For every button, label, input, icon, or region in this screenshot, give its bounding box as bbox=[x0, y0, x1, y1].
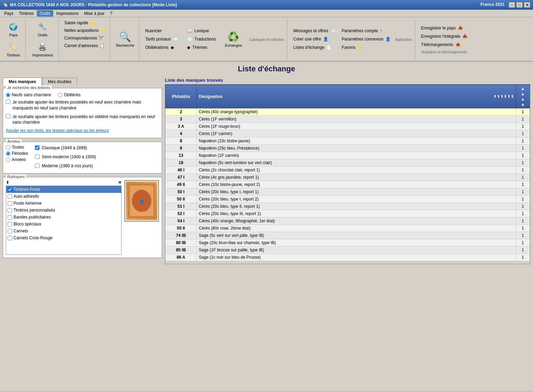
parametres-connexion-button[interactable]: Paramètres connexion 👤 bbox=[340, 36, 392, 43]
tarifs-postaux-button[interactable]: Tarifs postaux ✉️ bbox=[143, 36, 180, 43]
rubrique-checkbox-7[interactable] bbox=[8, 236, 12, 240]
rubrique-timbres-poste[interactable]: Timbres-Poste bbox=[6, 186, 121, 193]
sort-icon-4[interactable]: ⬆ bbox=[504, 95, 507, 98]
toolbar-outils-button[interactable]: 🔧 Outils bbox=[34, 19, 51, 39]
tab-mes-doubles[interactable]: Mes doubles bbox=[42, 78, 77, 86]
table-row[interactable]: 52 I Cérès (20c bleu, type III, report 1… bbox=[166, 210, 530, 217]
nelles-acquisitions-button[interactable]: Nelles acquisitions ⭐ bbox=[62, 27, 108, 34]
rubrique-bandes-publicitaires[interactable]: Bandes publicitaires bbox=[6, 214, 121, 221]
menu-impressions[interactable]: Impressions bbox=[53, 10, 81, 17]
link-non-emis[interactable]: Ajouter les non émis, les tirages spécia… bbox=[6, 128, 109, 133]
tab-mes-manques[interactable]: Mes manques bbox=[3, 78, 42, 86]
sort-icon-5[interactable]: ⬆ bbox=[507, 95, 510, 98]
nuancier-button[interactable]: Nuancier bbox=[143, 27, 180, 34]
rubrique-checkbox-4[interactable] bbox=[8, 215, 12, 220]
recherche-button[interactable]: 🔍 Recherche bbox=[114, 29, 136, 49]
messages-offres-button[interactable]: Messages et offres 📨 bbox=[292, 27, 337, 34]
menu-help[interactable]: ? bbox=[107, 10, 115, 17]
sort-icon-3[interactable]: ⬆ bbox=[500, 95, 503, 98]
table-row[interactable]: 9 Napoléon (25c bleu, Présidence) 1 bbox=[166, 145, 530, 152]
parametres-compte-button[interactable]: Paramètres compte ↑ bbox=[340, 27, 392, 34]
rubrique-timbres-personnalises[interactable]: Timbres personnalisés bbox=[6, 207, 121, 214]
favoris-button[interactable]: Favoris ⭐ bbox=[340, 44, 392, 51]
sort-icon-6[interactable]: ⬆ bbox=[511, 95, 514, 98]
lexique-button[interactable]: 📖 Lexique bbox=[185, 27, 217, 34]
table-row[interactable]: 4 Cérès (1F carmin) 1 bbox=[166, 130, 530, 137]
enregistrer-pays-button[interactable]: Enregistrer le pays 📥 bbox=[419, 25, 469, 32]
correspondances-button[interactable]: Correspondances ✂️ bbox=[62, 35, 106, 42]
traductions-button[interactable]: ✉️ Traductions bbox=[185, 36, 217, 43]
table-row[interactable]: 47 I Cérès (4c gris jaunâtre, report 1) … bbox=[166, 174, 530, 181]
maximize-button[interactable]: □ bbox=[516, 2, 523, 8]
carnet-adresses-button[interactable]: Carnet d'adresses 📋 bbox=[62, 42, 107, 49]
semi-moderne-checkbox[interactable] bbox=[35, 154, 39, 159]
moderne-checkbox[interactable] bbox=[35, 163, 39, 168]
rubriques-scroll[interactable]: Timbres-Poste Auto-adhésifs Poste Aérien… bbox=[6, 186, 122, 255]
toutes-radio-label[interactable]: Toutes bbox=[6, 145, 28, 150]
table-row[interactable]: 46 I Cérès (2c chocolat clair, report 1)… bbox=[166, 167, 530, 174]
table-row[interactable]: 51 I Cérès (20c bleu, type II, report 1)… bbox=[166, 203, 530, 210]
table-row[interactable]: 50 II Cérès (20c bleu, type I, report 2)… bbox=[166, 196, 530, 203]
rubrique-checkbox-1[interactable] bbox=[8, 194, 12, 199]
periodes-radio[interactable] bbox=[6, 151, 10, 156]
annees-radio[interactable] bbox=[6, 158, 10, 162]
listes-echange-button[interactable]: Listes d'échange 📄 bbox=[292, 44, 337, 51]
table-row[interactable]: 50 I Cérès (20c bleu, type I, report 1) … bbox=[166, 188, 530, 196]
menu-pays[interactable]: Pays bbox=[1, 10, 16, 17]
minimize-button[interactable]: ─ bbox=[509, 2, 515, 8]
table-row[interactable]: 80 IB Sage (20c brun-lilas sur chamois, … bbox=[166, 239, 530, 247]
table-row[interactable]: 49 II Cérès (10c bistre-jaune, report 2)… bbox=[166, 181, 530, 188]
annees-radio-label[interactable]: Années bbox=[6, 157, 28, 162]
checkbox1[interactable] bbox=[6, 99, 10, 104]
table-row[interactable]: 74 IB Sage (5c vert sur vert pâle, type … bbox=[166, 232, 530, 239]
toolbar-impressions-button[interactable]: 🖨️ Impressions bbox=[29, 39, 56, 59]
checkbox2[interactable] bbox=[6, 114, 10, 118]
checkbox1-label: Je souhaite ajouter les timbres possédés… bbox=[12, 99, 159, 111]
nuancier-label: Nuancier bbox=[145, 28, 162, 33]
neuf-radio-label[interactable]: Neufs sans charnière bbox=[6, 92, 51, 97]
themes-button[interactable]: ◆ Thèmes bbox=[185, 44, 217, 51]
table-row[interactable]: 54 I Cérès (40c orange, lithographié, 1e… bbox=[166, 217, 530, 225]
close-button[interactable]: ✕ bbox=[524, 2, 530, 8]
table-row[interactable]: 86 A Sage (1c noir sur bleu de Prusse) 1 bbox=[166, 254, 530, 261]
toolbar-timbres-button[interactable]: 🏷️ Timbres bbox=[3, 39, 23, 59]
rubrique-blocs-speciaux[interactable]: Blocs spéciaux bbox=[6, 221, 121, 228]
table-row[interactable]: 85 IB Sage (1F bronze sur paille, type I… bbox=[166, 247, 530, 254]
rubrique-checkbox-3[interactable] bbox=[8, 208, 12, 213]
table-row[interactable]: 13 Napoléon (1F carmin) 1 bbox=[166, 152, 530, 159]
rubrique-checkbox-0[interactable] bbox=[8, 187, 12, 192]
sort-icon-1[interactable]: ⬆ bbox=[494, 95, 496, 98]
toutes-radio[interactable] bbox=[6, 145, 10, 150]
sort-icon-2[interactable]: ⬆ bbox=[497, 95, 500, 98]
echanges-button[interactable]: ♻️ Echanges bbox=[223, 29, 244, 49]
enregistrer-integrale-button[interactable]: Enregistrer l'intégrale 📥 bbox=[419, 33, 469, 40]
periodes-radio-label[interactable]: Périodes bbox=[6, 151, 28, 156]
table-row[interactable]: 3 Cérès (1F vermillon) 1 bbox=[166, 116, 530, 123]
rubrique-auto-adhesifs[interactable]: Auto-adhésifs bbox=[6, 193, 121, 200]
menu-timbres[interactable]: Timbres bbox=[16, 10, 37, 17]
rubrique-poste-aerienne[interactable]: Poste Aérienne bbox=[6, 200, 121, 207]
menu-mise-a-jour[interactable]: Mise à jour bbox=[81, 10, 107, 17]
table-row[interactable]: 8 Napoléon (10c bistre-jaune) 1 bbox=[166, 137, 530, 145]
rubrique-checkbox-2[interactable] bbox=[8, 201, 12, 206]
rubrique-checkbox-5[interactable] bbox=[8, 222, 12, 226]
creer-offre-button[interactable]: Créer une offre 👤 bbox=[292, 36, 337, 43]
table-row[interactable]: 18 Napoléon (5c vert-lumière sur vert cl… bbox=[166, 159, 530, 167]
table-scroll[interactable]: Philatélix Désignation ⬆ ⬆ ⬆ ⬆ bbox=[165, 84, 530, 264]
rubrique-checkbox-6[interactable] bbox=[8, 229, 12, 233]
rubrique-carnets-croix-rouge[interactable]: Carnets Croix-Rouge bbox=[6, 234, 121, 241]
table-row[interactable]: 55 II Cérès (80c rose, 2ème état) 1 bbox=[166, 225, 530, 232]
neuf-radio[interactable] bbox=[6, 93, 10, 97]
menu-outils[interactable]: Outils bbox=[37, 10, 54, 17]
telechargements-button[interactable]: Téléchargements 📥 bbox=[419, 41, 469, 48]
table-row[interactable]: 3 A Cérès (1F rouge-brun) 1 bbox=[166, 123, 530, 130]
rubrique-carnets[interactable]: Carnets bbox=[6, 228, 121, 234]
table-row[interactable]: 2 Cérès (40c orange typographié) 1 bbox=[166, 108, 530, 116]
saisie-rapide-button[interactable]: Saisie rapide ⭐ bbox=[62, 19, 97, 26]
toolbar-pays-button[interactable]: 🌍 Pays bbox=[5, 19, 22, 39]
close-x-icon[interactable]: ✕ bbox=[118, 180, 122, 185]
oblitere-radio-label[interactable]: Oblitérés bbox=[58, 92, 80, 97]
classique-checkbox[interactable] bbox=[35, 145, 39, 150]
oblitere-radio[interactable] bbox=[58, 93, 62, 97]
obliterations-button[interactable]: Oblitérations ◆ bbox=[143, 44, 180, 51]
